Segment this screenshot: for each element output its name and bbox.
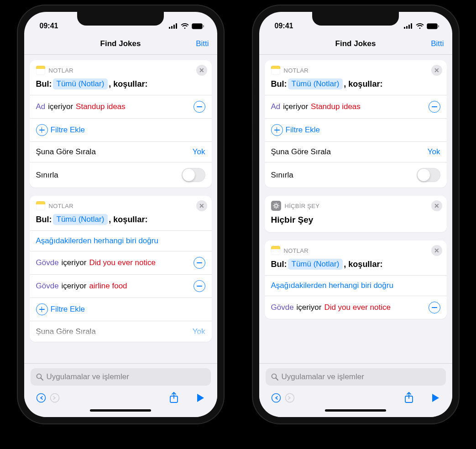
find-prefix: Bul: — [271, 260, 287, 269]
limit-toggle[interactable] — [182, 168, 205, 182]
share-button[interactable] — [167, 392, 181, 404]
svg-rect-12 — [404, 27, 405, 29]
redo-button — [48, 392, 62, 404]
remove-filter-button[interactable] — [194, 257, 205, 269]
svg-rect-15 — [411, 23, 412, 29]
notes-app-icon — [36, 201, 45, 210]
filter-op[interactable]: içeriyor — [48, 102, 73, 111]
filter-op[interactable]: içeriyor — [62, 258, 87, 267]
svg-rect-6 — [203, 25, 204, 27]
find-prefix: Bul: — [36, 215, 52, 224]
card-header-label: NOTLAR — [49, 67, 193, 74]
search-placeholder: Uygulamalar ve işlemler — [282, 372, 364, 381]
editor-content: NOTLAR ✕ Bul: Tümü (Notlar) , koşullar: … — [24, 55, 217, 363]
status-time: 09:41 — [275, 22, 293, 30]
search-icon — [271, 373, 278, 381]
phone-right: 09:41 Find Jokes Bitti NOTLAR ✕ Bul: — [252, 5, 460, 424]
filter-value[interactable]: Standup ideas — [311, 102, 361, 111]
notch — [77, 12, 164, 26]
svg-line-29 — [276, 378, 278, 381]
filter-field[interactable]: Ad — [271, 102, 281, 111]
filter-field[interactable]: Ad — [36, 102, 46, 111]
find-suffix: , koşullar: — [344, 260, 382, 269]
wifi-icon — [181, 23, 189, 29]
folder-token[interactable]: Tümü (Notlar) — [53, 78, 108, 89]
sort-by-label: Şuna Göre Sırala — [271, 147, 425, 157]
gear-icon — [271, 201, 281, 211]
find-prefix: Bul: — [271, 79, 287, 89]
filter-value[interactable]: airline food — [89, 282, 127, 291]
home-indicator[interactable] — [90, 409, 151, 412]
limit-label: Sınırla — [271, 171, 414, 180]
search-field[interactable]: Uygulamalar ve işlemler — [266, 368, 446, 386]
search-field[interactable]: Uygulamalar ve işlemler — [31, 368, 211, 386]
filter-field[interactable]: Gövde — [36, 258, 59, 267]
share-button[interactable] — [402, 392, 416, 404]
close-icon[interactable]: ✕ — [431, 245, 442, 256]
sort-by-value[interactable]: Yok — [428, 147, 440, 157]
svg-line-24 — [274, 204, 274, 204]
bottom-bar: Uygulamalar ve işlemler — [24, 363, 217, 417]
close-icon[interactable]: ✕ — [431, 65, 442, 76]
sort-by-value[interactable]: Yok — [193, 327, 205, 336]
add-filter-label[interactable]: Filtre Ekle — [51, 305, 85, 314]
limit-toggle[interactable] — [417, 168, 440, 182]
action-card-notes-2: NOTLAR ✕ Bul: Tümü (Notlar) , koşullar: … — [265, 240, 447, 319]
filter-value[interactable]: Standup ideas — [76, 102, 126, 111]
phone-left: 09:41 Find Jokes Bitti NOTLAR ✕ Bul: — [17, 5, 225, 424]
done-button[interactable]: Bitti — [431, 39, 444, 48]
svg-line-26 — [274, 207, 274, 208]
remove-filter-button[interactable] — [429, 302, 440, 313]
filter-op[interactable]: içeriyor — [297, 303, 322, 312]
bottom-bar: Uygulamalar ve işlemler — [259, 363, 452, 417]
filter-op[interactable]: içeriyor — [62, 282, 87, 291]
card-header-label: HİÇBİR ŞEY — [285, 203, 428, 209]
notes-app-icon — [36, 66, 45, 75]
sort-by-value[interactable]: Yok — [193, 147, 205, 157]
svg-line-25 — [277, 207, 278, 208]
play-button[interactable] — [429, 392, 442, 404]
undo-button[interactable] — [269, 392, 283, 404]
card-header-label: NOTLAR — [284, 247, 428, 254]
notch — [312, 12, 399, 26]
folder-token[interactable]: Tümü (Notlar) — [288, 259, 343, 270]
folder-token[interactable]: Tümü (Notlar) — [53, 214, 108, 225]
add-filter-label[interactable]: Filtre Ekle — [51, 125, 85, 135]
any-true-selector[interactable]: Aşağıdakilerden herhangi biri doğru — [36, 236, 158, 245]
cellular-icon — [169, 23, 178, 29]
play-button[interactable] — [194, 392, 207, 404]
remove-filter-button[interactable] — [194, 101, 205, 113]
filter-value[interactable]: Did you ever notice — [89, 258, 156, 267]
filter-field[interactable]: Gövde — [271, 303, 294, 312]
close-icon[interactable]: ✕ — [196, 200, 207, 211]
nav-title: Find Jokes — [335, 39, 376, 48]
add-filter-button[interactable] — [36, 303, 48, 315]
home-indicator[interactable] — [325, 409, 386, 412]
done-button[interactable]: Bitti — [196, 39, 209, 48]
svg-rect-1 — [171, 26, 173, 29]
svg-rect-17 — [428, 24, 437, 28]
nothing-text: Hiçbir Şey — [265, 213, 447, 232]
card-header-label: NOTLAR — [49, 203, 193, 209]
filter-value[interactable]: Did you ever notice — [324, 303, 391, 312]
remove-filter-button[interactable] — [429, 101, 440, 113]
action-card-notes-2: NOTLAR ✕ Bul: Tümü (Notlar) , koşullar: … — [30, 196, 212, 342]
battery-icon — [192, 23, 204, 29]
notes-app-icon — [271, 66, 280, 75]
action-card-notes-1: NOTLAR ✕ Bul: Tümü (Notlar) , koşullar: … — [30, 60, 212, 188]
nav-bar: Find Jokes Bitti — [259, 33, 452, 55]
svg-line-27 — [277, 204, 278, 204]
add-filter-button[interactable] — [36, 124, 48, 136]
add-filter-button[interactable] — [271, 124, 283, 136]
close-icon[interactable]: ✕ — [431, 200, 442, 211]
any-true-selector[interactable]: Aşağıdakilerden herhangi biri doğru — [271, 281, 393, 290]
limit-label: Sınırla — [36, 171, 179, 180]
remove-filter-button[interactable] — [194, 280, 205, 292]
undo-button[interactable] — [34, 392, 48, 404]
find-suffix: , koşullar: — [109, 79, 147, 89]
close-icon[interactable]: ✕ — [196, 65, 207, 76]
filter-field[interactable]: Gövde — [36, 282, 59, 291]
filter-op[interactable]: içeriyor — [283, 102, 308, 111]
add-filter-label[interactable]: Filtre Ekle — [286, 125, 320, 135]
folder-token[interactable]: Tümü (Notlar) — [288, 78, 343, 89]
